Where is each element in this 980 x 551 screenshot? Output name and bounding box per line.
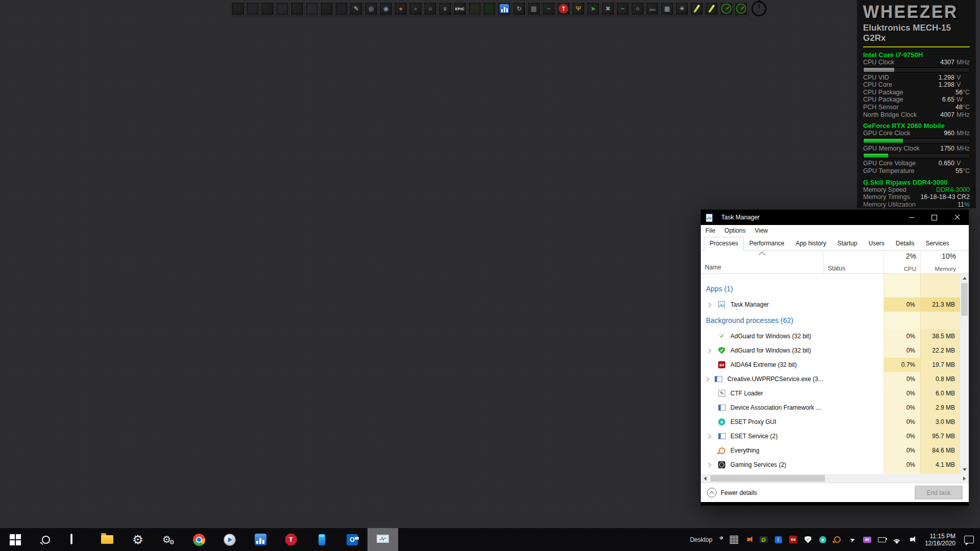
column-header-memory[interactable]: 10% Memory [920,251,960,273]
taskbar-stop-t-app-button[interactable]: T [276,528,306,551]
gear-burst-icon[interactable]: ✳ [675,2,689,15]
data-table-icon[interactable]: ▤ [527,2,541,15]
expand-chevron-icon[interactable] [704,435,713,438]
wallpaper-thumb-2-icon[interactable] [246,2,259,15]
horizontal-scroll-thumb[interactable] [710,475,825,482]
vertical-scrollbar[interactable] [960,274,969,474]
column-header-cpu[interactable]: 2% CPU [884,251,920,273]
display-60-tray-icon[interactable]: 60 [863,535,872,544]
eset-tray-icon[interactable]: e [818,535,827,544]
title-bar[interactable]: Task Manager [701,210,969,225]
desktop-toolbar-label[interactable]: Desktop [690,536,713,543]
signal-antenna-icon[interactable]: Ψ [572,2,585,15]
wifi-tray-icon[interactable] [892,535,901,544]
fewer-details-toggle[interactable]: Fewer details [721,489,757,496]
column-header-name[interactable]: Name [701,251,823,273]
process-row[interactable]: Everything0%84.6 MB [701,443,960,458]
green-terrain-icon[interactable] [483,2,496,15]
expand-chevron-icon[interactable] [704,463,713,467]
taskbar-chrome-button[interactable] [184,528,214,551]
scroll-down-arrow[interactable] [960,465,969,474]
expand-chevron-icon[interactable] [704,378,710,381]
gauge-knob-2-icon[interactable] [734,2,748,15]
pointer-tray-icon[interactable]: ➤ [848,535,857,544]
taskbar-hw-stats-button[interactable] [245,528,276,551]
taskbar-admin-gears-button[interactable]: ⚙⚙ [153,528,184,551]
faint-logo-icon[interactable] [468,2,481,15]
taskbar-outlook-button[interactable]: O [337,528,368,551]
uplay-power-icon[interactable]: ○ [424,2,437,15]
taskbar-your-phone-button[interactable] [306,528,337,551]
wallpaper-thumb-4-icon[interactable] [276,2,289,15]
scroll-left-arrow[interactable] [701,474,709,483]
wallpaper-thumb-5-icon[interactable] [290,2,304,15]
tab-app-history[interactable]: App history [790,237,832,251]
bluetooth-tray-icon[interactable]: ᛒ [774,535,783,544]
tab-performance[interactable]: Performance [744,237,790,251]
scroll-up-arrow[interactable] [960,274,969,283]
gauge-knob-1-icon[interactable] [720,2,733,15]
clock[interactable]: 11:15 PM 12/16/2020 [925,533,955,547]
green-wave-icon[interactable]: ~ [542,2,555,15]
process-row[interactable]: Gaming Services (2)0%4.1 MB [701,458,960,472]
action-center-icon[interactable] [964,536,974,543]
wallpaper-thumb-6-icon[interactable] [305,2,318,15]
taskbar-start-button[interactable] [0,528,31,551]
yellow-pencil-2-icon[interactable] [705,2,718,15]
touch-grid-tray-icon[interactable] [729,535,739,544]
stop-t-icon[interactable]: T [557,2,570,15]
dark-pill-icon[interactable]: ▬ [646,2,659,15]
wallpaper-thumb-1-icon[interactable] [231,2,244,15]
taskbar-task-manager-button[interactable] [368,528,398,551]
taskbar-search-button[interactable] [31,528,61,551]
tab-users[interactable]: Users [863,237,890,251]
process-row[interactable]: ✔AdGuard for Windows (32 bit)0%38.5 MB [701,329,960,343]
dark-sphere-icon[interactable]: ● [409,2,422,15]
epic-games-icon[interactable]: EPIC [453,2,467,15]
sync-arrows-icon[interactable]: ↻ [512,2,526,15]
scroll-right-arrow[interactable] [960,474,969,483]
camera-lens-icon[interactable]: ◉ [379,2,393,15]
battery-tray-icon[interactable] [877,535,887,544]
column-header-status[interactable]: Status [823,251,884,273]
wallpaper-thumb-3-icon[interactable] [261,2,274,15]
adguard-tray-icon[interactable]: ✔ [803,535,813,544]
horizontal-scrollbar[interactable] [701,474,969,483]
wallpaper-thumb-8-icon[interactable] [335,2,348,15]
taskbar-file-explorer-button[interactable] [92,528,122,551]
nvidia-tray-icon[interactable] [759,535,768,544]
tab-services[interactable]: Services [920,237,955,251]
vertical-scroll-thumb[interactable] [961,283,968,316]
green-pointer-icon[interactable]: ➤ [586,2,600,15]
taskbar-settings-button[interactable]: ⚙ [122,528,153,551]
maximize-button[interactable] [923,210,946,225]
process-row[interactable]: Creative.UWPRPCService.exe (3...0%0.8 MB [701,372,960,386]
yellow-pencil-1-icon[interactable] [690,2,703,15]
tab-details[interactable]: Details [890,237,920,251]
process-row[interactable]: Task Manager0%21.3 MB [701,297,960,312]
process-row[interactable]: ESET Service (2)0%95.7 MB [701,429,960,443]
minimize-button[interactable] [900,210,923,225]
teal-waveform-icon[interactable]: ~ [616,2,629,15]
aida64-tray-icon[interactable]: 64 [789,535,798,544]
wallpaper-thumb-7-icon[interactable] [320,2,333,15]
show-hidden-icons-chevron[interactable]: » [717,533,725,541]
process-row[interactable]: Device Association Framework ...0%2.9 MB [701,400,960,415]
taskbar-remote-desktop-button[interactable] [61,528,92,551]
tab-startup[interactable]: Startup [832,237,863,251]
mail-chevron-icon[interactable]: ∨ [438,2,452,15]
process-row[interactable]: ✎CTF Loader0%6.0 MB [701,386,960,400]
process-row[interactable]: ✔AdGuard for Windows (32 bit)0%22.2 MB [701,343,960,358]
end-task-button[interactable]: End task [915,486,963,499]
tile-grid-icon[interactable]: ▦ [660,2,674,15]
close-button[interactable] [946,210,969,225]
ring-circle-icon[interactable]: ○ [631,2,644,15]
hw-monitor-bars-icon[interactable] [498,2,511,15]
tab-processes[interactable]: Processes [704,237,744,251]
expand-chevron-icon[interactable] [704,303,713,307]
volume-tray-icon[interactable] [907,535,916,544]
expand-chevron-icon[interactable] [704,349,713,353]
menu-view[interactable]: View [750,227,773,234]
taskbar-media-player-button[interactable] [214,528,245,551]
menu-options[interactable]: Options [720,227,750,234]
